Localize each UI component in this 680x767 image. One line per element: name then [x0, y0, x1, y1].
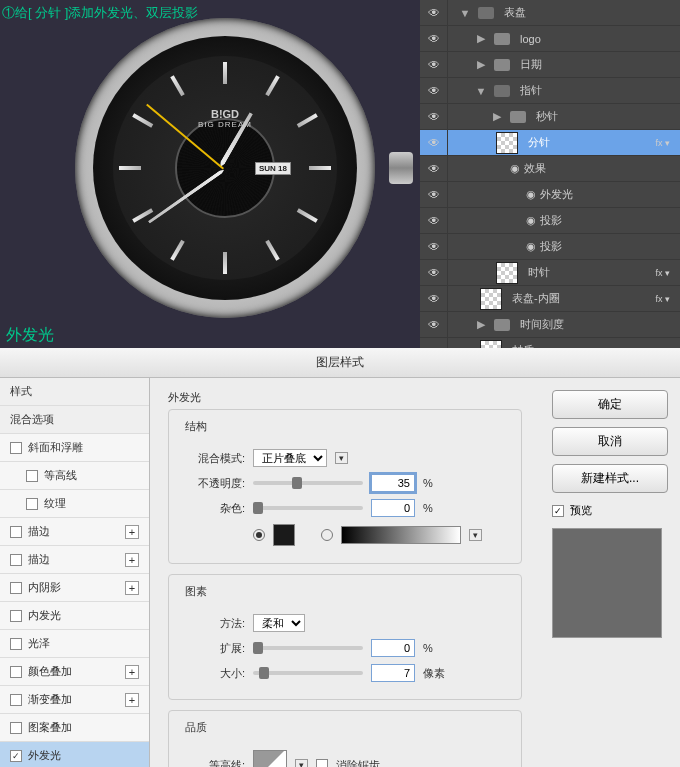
visibility-icon[interactable]: 👁 — [420, 78, 448, 103]
add-effect-icon[interactable]: + — [125, 525, 139, 539]
style-label: 光泽 — [28, 636, 50, 651]
style-checkbox[interactable] — [10, 582, 22, 594]
method-select[interactable]: 柔和 — [253, 614, 305, 632]
layer-row[interactable]: 👁◉外发光 — [420, 182, 680, 208]
style-checkbox[interactable] — [10, 694, 22, 706]
style-item[interactable]: 图案叠加 — [0, 714, 149, 742]
style-item[interactable]: ✓外发光 — [0, 742, 149, 767]
visibility-icon[interactable]: 👁 — [420, 104, 448, 129]
opacity-slider[interactable] — [253, 481, 363, 485]
layer-row[interactable]: 👁▶时间刻度 — [420, 312, 680, 338]
visibility-icon[interactable]: 👁 — [420, 260, 448, 285]
preview-checkbox[interactable]: ✓ — [552, 505, 564, 517]
antialias-checkbox[interactable] — [316, 759, 328, 767]
layer-name: 指针 — [520, 83, 542, 98]
style-item[interactable]: 渐变叠加+ — [0, 686, 149, 714]
style-item[interactable]: 内阴影+ — [0, 574, 149, 602]
watch-date-window: SUN 18 — [255, 162, 291, 175]
chevron-right-icon[interactable]: ▶ — [474, 58, 488, 71]
visibility-icon[interactable]: 👁 — [420, 26, 448, 51]
chevron-right-icon[interactable]: ▶ — [490, 110, 504, 123]
new-style-button[interactable]: 新建样式... — [552, 464, 668, 493]
style-item[interactable]: 描边+ — [0, 518, 149, 546]
layer-row[interactable]: 👁▼表盘 — [420, 0, 680, 26]
effect-icon: ◉ — [522, 214, 536, 227]
style-item[interactable]: 内发光 — [0, 602, 149, 630]
visibility-icon[interactable]: 👁 — [420, 182, 448, 207]
blend-options-item[interactable]: 混合选项 — [0, 406, 149, 434]
style-checkbox[interactable] — [10, 554, 22, 566]
layer-row[interactable]: 材质 — [420, 338, 680, 348]
add-effect-icon[interactable]: + — [125, 553, 139, 567]
style-item[interactable]: 颜色叠加+ — [0, 658, 149, 686]
style-checkbox[interactable] — [26, 470, 38, 482]
visibility-icon[interactable]: 👁 — [420, 312, 448, 337]
noise-slider[interactable] — [253, 506, 363, 510]
contour-dropdown-icon[interactable]: ▾ — [295, 759, 308, 767]
visibility-icon[interactable]: 👁 — [420, 130, 448, 155]
layer-row[interactable]: 👁▼指针 — [420, 78, 680, 104]
layer-row[interactable]: 👁▶秒针 — [420, 104, 680, 130]
noise-field[interactable] — [371, 499, 415, 517]
visibility-icon[interactable]: 👁 — [420, 52, 448, 77]
fx-badge[interactable]: fx ▾ — [651, 268, 674, 278]
layers-panel[interactable]: 👁▼表盘👁▶logo👁▶日期👁▼指针👁▶秒针👁分针fx ▾👁◉效果👁◉外发光👁◉… — [420, 0, 680, 348]
style-item[interactable]: 描边+ — [0, 546, 149, 574]
fx-badge[interactable]: fx ▾ — [651, 138, 674, 148]
style-item[interactable]: 斜面和浮雕 — [0, 434, 149, 462]
blend-mode-select[interactable]: 正片叠底 — [253, 449, 327, 467]
layer-name: 时针 — [528, 265, 550, 280]
blend-dropdown-icon[interactable]: ▾ — [335, 452, 348, 464]
layer-name: 时间刻度 — [520, 317, 564, 332]
layer-row[interactable]: 👁◉投影 — [420, 208, 680, 234]
contour-swatch[interactable] — [253, 750, 287, 767]
style-checkbox[interactable] — [10, 526, 22, 538]
visibility-icon[interactable]: 👁 — [420, 234, 448, 259]
layer-thumb — [496, 132, 518, 154]
glow-gradient[interactable] — [341, 526, 461, 544]
style-item[interactable]: 等高线 — [0, 462, 149, 490]
visibility-icon[interactable]: 👁 — [420, 208, 448, 233]
add-effect-icon[interactable]: + — [125, 581, 139, 595]
chevron-down-icon[interactable]: ▼ — [474, 85, 488, 97]
spread-slider[interactable] — [253, 646, 363, 650]
layer-row[interactable]: 👁分针fx ▾ — [420, 130, 680, 156]
ok-button[interactable]: 确定 — [552, 390, 668, 419]
color-radio[interactable] — [253, 529, 265, 541]
size-field[interactable] — [371, 664, 415, 682]
opacity-field[interactable] — [371, 474, 415, 492]
style-checkbox[interactable]: ✓ — [10, 750, 22, 762]
style-checkbox[interactable] — [10, 610, 22, 622]
chevron-right-icon[interactable]: ▶ — [474, 32, 488, 45]
style-checkbox[interactable] — [10, 722, 22, 734]
visibility-icon[interactable]: 👁 — [420, 0, 448, 25]
layer-row[interactable]: 👁◉投影 — [420, 234, 680, 260]
layer-row[interactable]: 👁▶日期 — [420, 52, 680, 78]
add-effect-icon[interactable]: + — [125, 665, 139, 679]
visibility-icon[interactable]: 👁 — [420, 286, 448, 311]
visibility-icon[interactable] — [420, 338, 448, 348]
size-slider[interactable] — [253, 671, 363, 675]
gradient-dropdown-icon[interactable]: ▾ — [469, 529, 482, 541]
contour-label: 等高线: — [181, 758, 245, 768]
style-checkbox[interactable] — [26, 498, 38, 510]
chevron-right-icon[interactable]: ▶ — [474, 318, 488, 331]
style-checkbox[interactable] — [10, 666, 22, 678]
chevron-down-icon[interactable]: ▼ — [458, 7, 472, 19]
style-item[interactable]: 纹理 — [0, 490, 149, 518]
layer-row[interactable]: 👁时针fx ▾ — [420, 260, 680, 286]
spread-field[interactable] — [371, 639, 415, 657]
style-checkbox[interactable] — [10, 442, 22, 454]
style-item[interactable]: 光泽 — [0, 630, 149, 658]
style-checkbox[interactable] — [10, 638, 22, 650]
layer-row[interactable]: 👁▶logo — [420, 26, 680, 52]
layer-row[interactable]: 👁◉效果 — [420, 156, 680, 182]
add-effect-icon[interactable]: + — [125, 693, 139, 707]
styles-header[interactable]: 样式 — [0, 378, 149, 406]
gradient-radio[interactable] — [321, 529, 333, 541]
glow-color-swatch[interactable] — [273, 524, 295, 546]
visibility-icon[interactable]: 👁 — [420, 156, 448, 181]
cancel-button[interactable]: 取消 — [552, 427, 668, 456]
fx-badge[interactable]: fx ▾ — [651, 294, 674, 304]
layer-row[interactable]: 👁表盘-内圈fx ▾ — [420, 286, 680, 312]
